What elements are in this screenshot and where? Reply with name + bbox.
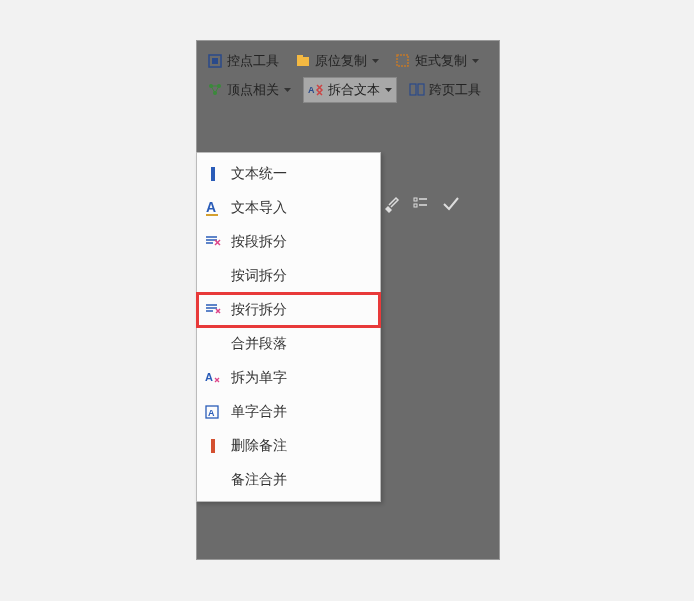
svg-rect-4: [397, 55, 408, 66]
grid-icon: [207, 53, 223, 69]
matrix-copy-button[interactable]: 矩式复制: [391, 49, 483, 73]
char-merge-icon: A: [203, 403, 223, 421]
chevron-down-icon: [384, 86, 392, 94]
tool-label: 跨页工具: [429, 81, 481, 99]
menu-label: 单字合并: [231, 403, 287, 421]
menu-item-text-unify[interactable]: 文本统一: [197, 157, 380, 191]
tool-label: 原位复制: [315, 52, 367, 70]
svg-rect-10: [418, 84, 424, 95]
menu-item-line-split[interactable]: 按行拆分: [197, 293, 380, 327]
menu-item-char-merge[interactable]: A 单字合并: [197, 395, 380, 429]
text-split-dropdown: 文本统一 A 文本导入 按段拆分 按词拆分 按行拆分 合并段落 A 拆为单字 A…: [196, 152, 381, 502]
text-import-icon: A: [203, 199, 223, 217]
svg-text:A: A: [205, 371, 213, 383]
inplace-copy-button[interactable]: 原位复制: [291, 49, 383, 73]
svg-rect-29: [211, 439, 215, 453]
secondary-toolbar: [382, 195, 460, 213]
svg-rect-2: [297, 57, 309, 66]
menu-item-note-merge[interactable]: 备注合并: [197, 463, 380, 497]
menu-label: 合并段落: [231, 335, 287, 353]
menu-label: 删除备注: [231, 437, 287, 455]
svg-rect-11: [414, 198, 417, 201]
svg-text:A: A: [308, 85, 315, 95]
menu-label: 文本统一: [231, 165, 287, 183]
menu-item-delete-note[interactable]: 删除备注: [197, 429, 380, 463]
chevron-down-icon: [283, 86, 291, 94]
menu-label: 文本导入: [231, 199, 287, 217]
menu-item-text-import[interactable]: A 文本导入: [197, 191, 380, 225]
chevron-down-icon: [471, 57, 479, 65]
text-unify-icon: [203, 165, 223, 183]
svg-rect-15: [211, 167, 215, 181]
menu-label: 按段拆分: [231, 233, 287, 251]
menu-label: 按词拆分: [231, 267, 287, 285]
svg-text:A: A: [208, 408, 215, 418]
ribbon-toolbar: 控点工具 原位复制 矩式复制 顶点相关: [197, 41, 499, 111]
menu-item-word-split[interactable]: 按词拆分: [197, 259, 380, 293]
menu-item-para-split[interactable]: 按段拆分: [197, 225, 380, 259]
menu-item-merge-para[interactable]: 合并段落: [197, 327, 380, 361]
delete-note-icon: [203, 437, 223, 455]
pages-icon: [409, 82, 425, 98]
vertex-related-button[interactable]: 顶点相关: [203, 77, 295, 103]
dashed-rect-icon: [395, 53, 411, 69]
menu-label: 按行拆分: [231, 301, 287, 319]
folder-icon: [295, 53, 311, 69]
menu-label: 拆为单字: [231, 369, 287, 387]
svg-text:A: A: [206, 200, 216, 215]
tool-label: 拆合文本: [328, 81, 380, 99]
control-point-tool-button[interactable]: 控点工具: [203, 49, 283, 73]
cross-page-tool-button[interactable]: 跨页工具: [405, 77, 485, 103]
svg-rect-9: [410, 84, 416, 95]
menu-item-char-split[interactable]: A 拆为单字: [197, 361, 380, 395]
svg-rect-1: [212, 58, 218, 64]
tool-label: 顶点相关: [227, 81, 279, 99]
tool-label: 控点工具: [227, 52, 279, 70]
check-icon[interactable]: [442, 195, 460, 213]
para-split-icon: [203, 233, 223, 251]
chevron-down-icon: [371, 57, 379, 65]
tool-label: 矩式复制: [415, 52, 467, 70]
menu-label: 备注合并: [231, 471, 287, 489]
brush-icon[interactable]: [382, 195, 400, 213]
text-split-icon: A: [308, 82, 324, 98]
vertex-icon: [207, 82, 223, 98]
list-icon[interactable]: [412, 195, 430, 213]
svg-rect-3: [297, 55, 303, 58]
line-split-icon: [203, 301, 223, 319]
char-split-icon: A: [203, 369, 223, 387]
split-merge-text-button[interactable]: A 拆合文本: [303, 77, 397, 103]
svg-rect-12: [414, 204, 417, 207]
